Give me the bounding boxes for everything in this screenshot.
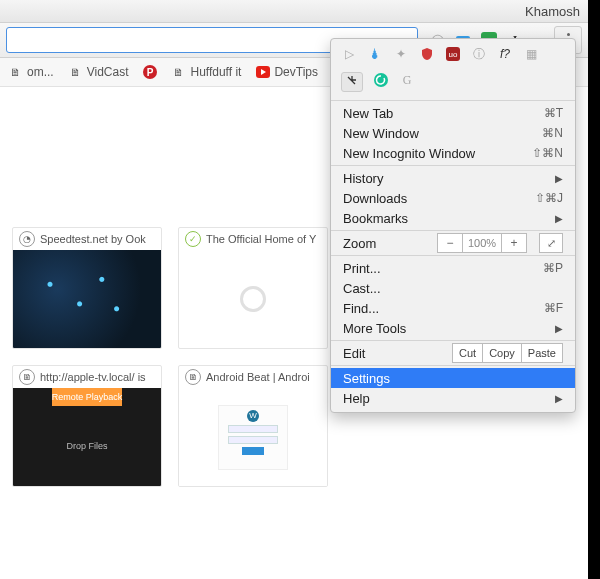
tile-header: 🗎 Android Beat | Androi — [179, 366, 327, 388]
menu-item-zoom: Zoom − 100% + ⤢ — [331, 233, 575, 253]
bookmark-item[interactable]: 🗎om... — [8, 65, 54, 80]
page-icon: 🗎 — [68, 65, 83, 80]
tile-title: http://apple-tv.local/ is — [40, 371, 146, 383]
menu-item-cast[interactable]: Cast... — [331, 278, 575, 298]
tile-header: ◔ Speedtest.net by Ook — [13, 228, 161, 250]
window-titlebar: Khamosh — [0, 0, 588, 23]
tile-header: ✓ The Official Home of Y — [179, 228, 327, 250]
remote-body: Drop Files — [66, 406, 107, 486]
submenu-arrow-icon: ▶ — [555, 323, 563, 334]
grammarly-icon[interactable] — [373, 72, 389, 88]
ublock-icon[interactable]: uo — [445, 46, 461, 62]
remote-banner: Remote Playback — [52, 388, 123, 406]
zoom-value: 100% — [463, 233, 501, 253]
play-icon[interactable]: ▷ — [341, 46, 357, 62]
submenu-arrow-icon: ▶ — [555, 393, 563, 404]
menu-item-more-tools[interactable]: More Tools▶ — [331, 318, 575, 338]
svg-text:P: P — [147, 67, 154, 78]
menu-extension-icons: ▷ 🌢 ✦ uo ⓘ f? ▦ G — [331, 43, 575, 98]
sparkle-icon[interactable]: ✦ — [393, 46, 409, 62]
tile-header: 🗎 http://apple-tv.local/ is — [13, 366, 161, 388]
tile-thumbnail: Remote Playback Drop Files — [13, 388, 161, 486]
menu-item-new-window[interactable]: New Window⌘N — [331, 123, 575, 143]
wordpress-icon: W — [247, 410, 259, 422]
tile-thumbnail — [179, 250, 327, 348]
most-visited-tile[interactable]: ✓ The Official Home of Y — [178, 227, 328, 349]
tile-title: Speedtest.net by Ook — [40, 233, 146, 245]
youtube-icon — [255, 65, 270, 80]
gsuite-icon[interactable]: G — [399, 72, 415, 88]
svg-text:uo: uo — [449, 50, 458, 59]
menu-item-new-tab[interactable]: New Tab⌘T — [331, 103, 575, 123]
page-icon: 🗎 — [185, 369, 201, 385]
zoom-in-button[interactable]: + — [501, 233, 527, 253]
new-tab-content: ◔ Speedtest.net by Ook ✓ The Official Ho… — [0, 87, 342, 487]
submenu-arrow-icon: ▶ — [555, 213, 563, 224]
chrome-menu-popup: ▷ 🌢 ✦ uo ⓘ f? ▦ G New Tab⌘T New Window⌘N… — [330, 38, 576, 413]
menu-item-edit: Edit Cut Copy Paste — [331, 343, 575, 363]
tile-title: The Official Home of Y — [206, 233, 316, 245]
spinner-icon — [240, 286, 266, 312]
gauge-icon: ◔ — [19, 231, 35, 247]
menu-item-settings[interactable]: Settings — [331, 368, 575, 388]
page-icon: 🗎 — [171, 65, 186, 80]
info-icon[interactable]: ⓘ — [471, 46, 487, 62]
window-title: Khamosh — [525, 4, 580, 19]
pin-icon[interactable] — [341, 72, 363, 92]
menu-item-help[interactable]: Help▶ — [331, 388, 575, 408]
browser-window: Khamosh ◯ 1 I ⋯ 🗎om... 🗎VidCast P 🗎Huffd… — [0, 0, 600, 579]
grid-icon[interactable]: ▦ — [523, 46, 539, 62]
site-icon: ✓ — [185, 231, 201, 247]
most-visited-tile[interactable]: ◔ Speedtest.net by Ook — [12, 227, 162, 349]
pinterest-icon: P — [142, 65, 157, 80]
fq-icon[interactable]: f? — [497, 46, 513, 62]
menu-item-downloads[interactable]: Downloads⇧⌘J — [331, 188, 575, 208]
tile-thumbnail — [13, 250, 161, 348]
copy-button[interactable]: Copy — [483, 343, 522, 363]
bookmark-item[interactable]: P — [142, 65, 157, 80]
menu-item-print[interactable]: Print...⌘P — [331, 258, 575, 278]
menu-item-bookmarks[interactable]: Bookmarks▶ — [331, 208, 575, 228]
cut-button[interactable]: Cut — [452, 343, 483, 363]
most-visited-tile[interactable]: 🗎 http://apple-tv.local/ is Remote Playb… — [12, 365, 162, 487]
bookmark-item[interactable]: 🗎Huffduff it — [171, 65, 241, 80]
page-icon: 🗎 — [8, 65, 23, 80]
menu-item-history[interactable]: History▶ — [331, 168, 575, 188]
tile-title: Android Beat | Androi — [206, 371, 310, 383]
login-card: W — [218, 405, 288, 470]
menu-item-find[interactable]: Find...⌘F — [331, 298, 575, 318]
bookmark-item[interactable]: DevTips — [255, 65, 318, 80]
fullscreen-button[interactable]: ⤢ — [539, 233, 563, 253]
page-icon: 🗎 — [19, 369, 35, 385]
zoom-out-button[interactable]: − — [437, 233, 463, 253]
submenu-arrow-icon: ▶ — [555, 173, 563, 184]
tile-thumbnail: W — [179, 388, 327, 486]
most-visited-tile[interactable]: 🗎 Android Beat | Androi W — [178, 365, 328, 487]
paste-button[interactable]: Paste — [522, 343, 563, 363]
drop-icon[interactable]: 🌢 — [367, 46, 383, 62]
menu-item-incognito[interactable]: New Incognito Window⇧⌘N — [331, 143, 575, 163]
shield-icon[interactable] — [419, 46, 435, 62]
bookmark-item[interactable]: 🗎VidCast — [68, 65, 129, 80]
